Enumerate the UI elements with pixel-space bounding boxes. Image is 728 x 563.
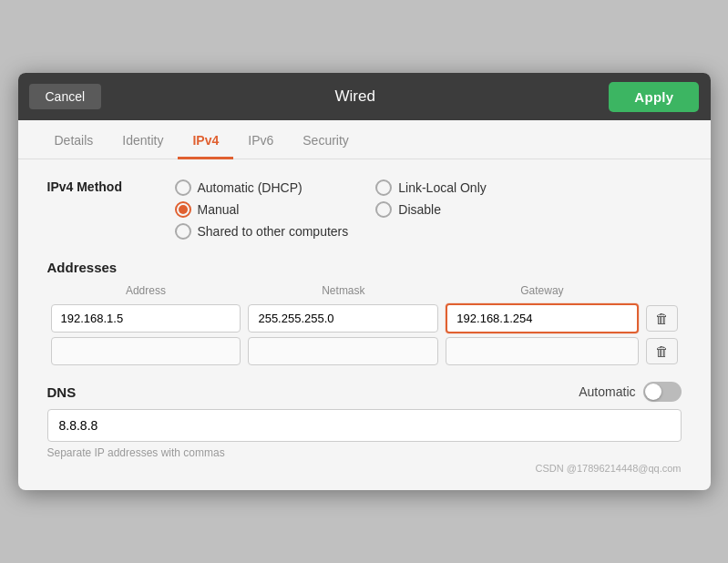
method-shared[interactable]: Shared to other computers — [175, 223, 349, 240]
tab-security[interactable]: Security — [288, 120, 364, 159]
dns-input[interactable] — [47, 409, 682, 442]
tab-ipv6[interactable]: IPv6 — [233, 120, 288, 159]
dns-auto-row: Automatic — [579, 382, 681, 402]
dns-auto-toggle[interactable] — [643, 382, 682, 402]
method-automatic[interactable]: Automatic (DHCP) — [175, 179, 349, 196]
gateway-input-1[interactable] — [446, 303, 638, 333]
radio-disable[interactable] — [375, 201, 392, 218]
delete-row-1-button[interactable]: 🗑 — [646, 305, 678, 332]
table-row: 🗑 — [47, 335, 682, 367]
method-manual[interactable]: Manual — [175, 201, 349, 218]
radio-automatic[interactable] — [175, 179, 191, 196]
dns-auto-label: Automatic — [579, 384, 635, 399]
address-input-1[interactable] — [51, 304, 241, 333]
tab-details[interactable]: Details — [40, 120, 108, 159]
method-link-local-label: Link-Local Only — [398, 180, 487, 195]
gateway-input-2[interactable] — [446, 337, 638, 365]
dns-section: DNS Automatic Separate IP addresses with… — [47, 382, 682, 459]
tab-bar: Details Identity IPv4 IPv6 Security — [18, 120, 711, 159]
delete-row-2-button[interactable]: 🗑 — [646, 338, 678, 364]
wired-dialog: Cancel Wired Apply Details Identity IPv4… — [18, 73, 711, 490]
toggle-thumb — [645, 384, 661, 400]
method-disable[interactable]: Disable — [375, 201, 549, 218]
addresses-section: Addresses Address Netmask Gateway — [47, 260, 682, 367]
dns-title: DNS — [47, 384, 77, 400]
tab-ipv4[interactable]: IPv4 — [178, 120, 233, 159]
dns-header: DNS Automatic — [47, 382, 682, 402]
radio-manual[interactable] — [175, 201, 191, 218]
window-title: Wired — [335, 87, 375, 106]
method-label: IPv4 Method — [47, 179, 166, 194]
col-gateway: Gateway — [442, 284, 641, 302]
apply-button[interactable]: Apply — [609, 82, 699, 112]
netmask-input-2[interactable] — [248, 337, 438, 365]
method-disable-label: Disable — [398, 202, 441, 217]
address-input-2[interactable] — [51, 337, 241, 365]
ipv4-content: IPv4 Method Automatic (DHCP) Link-Local … — [18, 159, 711, 490]
watermark: CSDN @17896214448@qq.com — [47, 463, 682, 474]
addresses-table: Address Netmask Gateway 🗑 — [47, 284, 682, 367]
method-shared-label: Shared to other computers — [198, 224, 349, 239]
radio-link-local[interactable] — [375, 179, 392, 196]
method-automatic-label: Automatic (DHCP) — [198, 180, 302, 195]
addresses-title: Addresses — [47, 260, 682, 275]
cancel-button[interactable]: Cancel — [29, 84, 102, 109]
col-netmask: Netmask — [244, 284, 442, 302]
table-row: 🗑 — [47, 302, 682, 335]
radio-shared[interactable] — [175, 223, 191, 240]
method-manual-label: Manual — [198, 202, 240, 217]
titlebar: Cancel Wired Apply — [18, 73, 711, 120]
dns-hint: Separate IP addresses with commas — [47, 446, 682, 459]
netmask-input-1[interactable] — [248, 304, 438, 333]
method-radio-group: Automatic (DHCP) Link-Local Only Manual … — [175, 179, 550, 240]
method-row: IPv4 Method Automatic (DHCP) Link-Local … — [47, 179, 682, 240]
tab-identity[interactable]: Identity — [108, 120, 178, 159]
method-link-local[interactable]: Link-Local Only — [375, 179, 549, 196]
col-address: Address — [47, 284, 245, 302]
